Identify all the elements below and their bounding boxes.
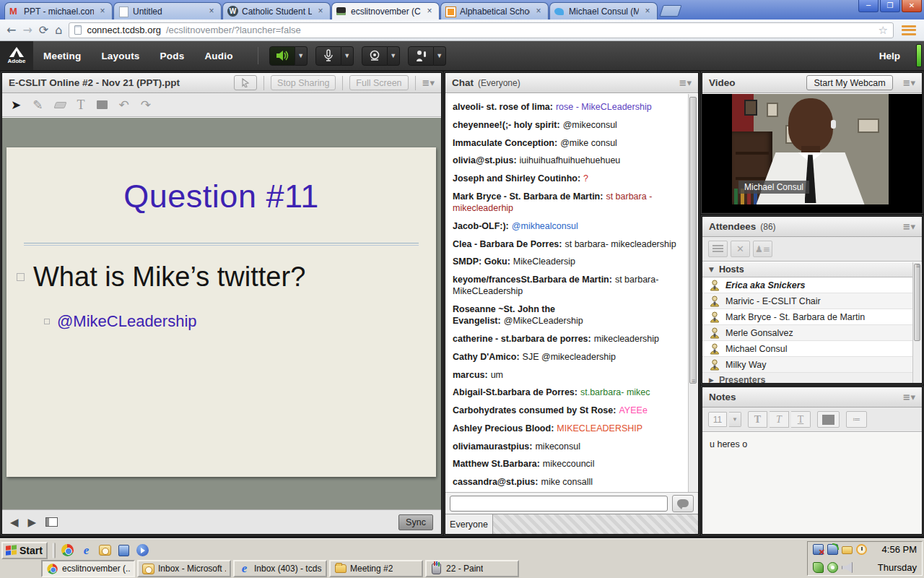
tab-close-icon[interactable]: × [206, 7, 217, 17]
attendees-scrollbar-thumb[interactable] [914, 264, 920, 341]
chat-message-list[interactable]: alveoli- st. rose of lima:rose - MikeCLe… [445, 94, 688, 492]
menu-item[interactable]: Layouts [91, 51, 149, 61]
video-pod-menu-icon[interactable]: ≡▾ [903, 77, 915, 88]
clock-time[interactable]: 4:56 PM [882, 544, 917, 555]
attendee-row[interactable]: Erica aka Snickers [702, 277, 912, 293]
presenters-group-header[interactable]: ▶ Presenters [702, 373, 912, 383]
speaker-dropdown[interactable]: ▼ [295, 46, 308, 66]
attendees-pod-menu-icon[interactable]: ≡▾ [903, 221, 915, 232]
taskbar-window-button[interactable]: e Inbox (403) - tcds... [233, 560, 327, 577]
adobe-logo[interactable]: Adobe [0, 41, 33, 70]
status-dropdown[interactable]: ▼ [434, 46, 446, 66]
network-disconnected-icon[interactable] [813, 544, 824, 555]
undo-icon[interactable]: ↶ [119, 98, 129, 112]
notes-pod-menu-icon[interactable]: ≡▾ [903, 392, 915, 402]
share-pod-menu-icon[interactable]: ≡▾ [422, 77, 435, 88]
bluedoc-icon[interactable] [117, 543, 131, 557]
hosts-group-header[interactable]: ▼ Hosts [702, 262, 912, 277]
wmp-icon[interactable] [136, 543, 149, 557]
menu-item[interactable]: Pods [150, 51, 195, 61]
tab-close-icon[interactable]: × [97, 7, 108, 17]
shuffle-button[interactable]: ✕ [731, 241, 750, 257]
speaker-button[interactable] [269, 46, 295, 66]
start-webcam-button[interactable]: Start My Webcam [806, 75, 892, 90]
sync-button[interactable]: Sync [398, 514, 433, 530]
start-button[interactable]: Start [1, 542, 48, 559]
new-mail-icon[interactable] [842, 546, 853, 554]
raise-hand-button[interactable] [408, 46, 434, 66]
text-tool-icon[interactable]: T [77, 98, 85, 113]
menu-item[interactable]: Audio [194, 51, 243, 61]
select-tool-icon[interactable]: ➤ [11, 98, 21, 112]
close-button[interactable]: ✕ [902, 0, 922, 12]
taskbar-window-button[interactable]: 22 - Paint [425, 560, 519, 577]
taskbar-window-button[interactable]: ecslitnovember (... [41, 560, 135, 577]
notes-content[interactable]: u heres o [702, 433, 922, 534]
attendee-row[interactable]: Marivic - E-CSLIT Chair [702, 293, 912, 309]
next-slide-icon[interactable]: ▶ [28, 516, 37, 529]
restore-button[interactable]: ❐ [880, 0, 900, 12]
pencil-tool-icon[interactable]: ✎ [32, 98, 43, 112]
bold-button[interactable]: T [748, 411, 767, 428]
font-size-dropdown-icon[interactable]: ▼ [729, 412, 741, 427]
pointer-tool-button[interactable] [234, 75, 257, 90]
webcam-dropdown[interactable]: ▼ [388, 46, 400, 66]
taskbar-window-button[interactable]: Meeting #2 [329, 560, 423, 577]
home-icon[interactable]: ⌂ [55, 25, 62, 36]
underline-button[interactable]: T [791, 411, 811, 428]
connection-status-icon[interactable] [916, 44, 922, 67]
taskbar-window-button[interactable]: Inbox - Microsoft ... [137, 560, 231, 577]
chat-send-button[interactable] [672, 495, 694, 512]
text-color-button[interactable] [817, 411, 840, 428]
browser-tab[interactable]: ecslitnovember (Collab × [331, 2, 440, 20]
quick-launch-handle[interactable] [53, 543, 56, 558]
clock-day[interactable]: Thursday [878, 562, 917, 573]
attendees-scrollbar[interactable] [912, 262, 921, 383]
italic-button[interactable]: T [770, 411, 789, 428]
browser-tab[interactable]: Michael Consul (MikeC × [549, 2, 658, 20]
antivirus-icon[interactable] [813, 562, 824, 573]
microphone-button[interactable] [315, 46, 341, 66]
ie-icon[interactable]: e [79, 543, 93, 557]
updater-icon[interactable] [827, 562, 838, 573]
new-tab-button[interactable] [659, 5, 681, 17]
address-bar[interactable]: connect.tcdsb.org /ecslitnovember/?launc… [69, 22, 894, 38]
microphone-dropdown[interactable]: ▼ [341, 46, 354, 66]
previous-slide-icon[interactable]: ◀ [10, 516, 19, 529]
tab-close-icon[interactable]: × [642, 7, 653, 17]
minimize-button[interactable]: ─ [858, 0, 879, 12]
chat-scrollbar[interactable] [688, 94, 697, 492]
webcam-button[interactable] [362, 46, 388, 66]
sidebar-toggle-icon[interactable] [45, 517, 58, 527]
stop-sharing-button[interactable]: Stop Sharing [271, 75, 336, 90]
chat-input[interactable] [450, 496, 668, 512]
attendee-status-button[interactable]: ♟≡ [753, 241, 772, 257]
bookmark-star-icon[interactable]: ☆ [879, 24, 888, 37]
browser-tab[interactable]: Catholic Student Lead × [222, 2, 331, 20]
attendee-row[interactable]: Mark Bryce - St. Barbara de Martin [702, 309, 912, 325]
bullet-list-button[interactable]: ≔ [846, 411, 867, 428]
shape-tool-icon[interactable] [97, 100, 108, 109]
volume-icon[interactable] [842, 562, 853, 573]
menu-item[interactable]: Meeting [33, 51, 91, 61]
reload-icon[interactable]: ⟳ [39, 25, 48, 36]
forward-icon[interactable]: → [22, 25, 32, 36]
attendees-list[interactable]: ▼ Hosts Erica aka Snickers [702, 262, 912, 383]
full-screen-button[interactable]: Full Screen [349, 75, 408, 90]
attendee-row[interactable]: Michael Consul [702, 341, 912, 357]
font-size-select[interactable]: 11 [708, 412, 727, 427]
back-icon[interactable]: ← [6, 25, 16, 36]
browser-tab[interactable]: Untitled × [113, 2, 222, 20]
redo-icon[interactable]: ↷ [141, 98, 151, 112]
outlook-reminder-icon[interactable] [856, 544, 867, 555]
chrome-icon[interactable] [61, 543, 74, 557]
chat-tab-everyone[interactable]: Everyone [445, 514, 493, 534]
tab-close-icon[interactable]: × [424, 7, 435, 17]
tab-close-icon[interactable]: × [533, 7, 544, 17]
attendee-row[interactable]: Milky Way [702, 357, 912, 373]
eraser-tool-icon[interactable] [53, 102, 66, 108]
chrome-menu-icon[interactable] [900, 24, 918, 37]
tab-close-icon[interactable]: × [315, 7, 326, 17]
list-view-button[interactable] [708, 241, 728, 257]
outlook-icon[interactable] [98, 543, 112, 557]
